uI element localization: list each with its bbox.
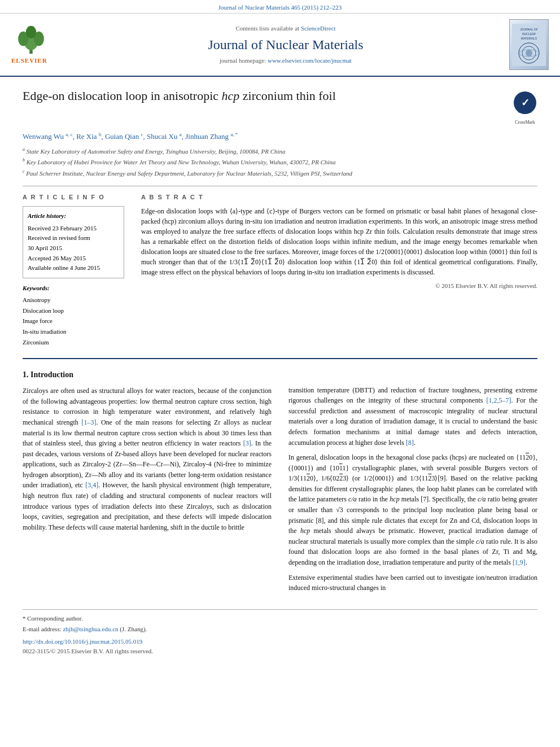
journal-homepage: journal homepage: www.elsevier.com/locat…: [73, 56, 498, 65]
homepage-link[interactable]: www.elsevier.com/locate/jnucmat: [268, 57, 352, 64]
svg-text:NUCLEAR: NUCLEAR: [522, 32, 536, 36]
history-title: Article history:: [28, 211, 119, 221]
main-content: Edge-on dislocation loop in anisotropic …: [0, 77, 560, 667]
email-footnote: E-mail address: zhjh@tsinghua.edu.cn (J.…: [23, 625, 537, 634]
accepted-date: Accepted 26 May 2015: [28, 254, 119, 264]
intro-paragraph-4: Extensive experimental studies have been…: [288, 573, 537, 593]
ref-3[interactable]: [3]: [243, 439, 251, 447]
keyword-4: In-situ irradiation: [23, 326, 124, 337]
intro-left-column: 1. Introduction Zircaloys are often used…: [23, 369, 272, 598]
article-history-box: Article history: Received 23 February 20…: [23, 206, 124, 278]
title-part2: zirconium thin foil: [239, 89, 335, 103]
corresponding-author-text: * Corresponding author.: [23, 615, 83, 622]
copyright-line: © 2015 Elsevier B.V. All rights reserved…: [141, 282, 537, 290]
ref-1-3[interactable]: [1–3]: [81, 418, 96, 426]
ref-1-2-5-7[interactable]: [1,2,5–7]: [487, 396, 511, 404]
svg-point-11: [526, 50, 532, 56]
intro-section-number: 1.: [23, 370, 29, 379]
issn-line: 0022-3115/© 2015 Elsevier B.V. All right…: [23, 647, 537, 656]
doi-link[interactable]: http://dx.doi.org/10.1016/j.jnucmat.2015…: [23, 638, 142, 645]
affiliation-b: b Key Laboratory of Hubei Province for W…: [23, 157, 537, 167]
article-info-column: A R T I C L E I N F O Article history: R…: [23, 193, 124, 348]
crossmark-label: CrossMark: [513, 119, 537, 125]
title-part1: Edge-on dislocation loop in anisotropic: [23, 89, 222, 103]
intro-section-title: Introduction: [30, 370, 73, 379]
keywords-section: Keywords: Anisotropy Dislocation loop Im…: [23, 284, 124, 348]
title-hcp: hcp: [222, 89, 240, 103]
email-link[interactable]: zhjh@tsinghua.edu.cn: [63, 626, 118, 632]
keyword-1: Anisotropy: [23, 295, 124, 305]
abstract-title: A B S T R A C T: [141, 193, 537, 202]
elsevier-logo: ELSEVIER: [11, 24, 62, 65]
ref-8[interactable]: [8]: [406, 439, 414, 447]
revised-date: 30 April 2015: [28, 243, 119, 254]
received-revised-label: Received in revised form: [28, 233, 119, 243]
crossmark-icon: ✓ CrossMark: [513, 90, 537, 115]
journal-header: ELSEVIER Contents lists available at Sci…: [0, 14, 560, 77]
introduction-section: 1. Introduction Zircaloys are often used…: [23, 369, 537, 598]
section-divider: [23, 358, 537, 359]
crossmark-badge: ✓ CrossMark CrossMark: [513, 90, 537, 125]
intro-paragraph-1: Zircaloys are often used as structural a…: [23, 386, 272, 532]
sciencedirect-link[interactable]: ScienceDirect: [301, 25, 336, 32]
svg-point-4: [26, 26, 36, 38]
journal-center: Contents lists available at ScienceDirec…: [73, 24, 498, 65]
keywords-list: Anisotropy Dislocation loop Image force …: [23, 295, 124, 347]
article-title-text: Edge-on dislocation loop in anisotropic …: [23, 88, 336, 104]
ref-3-4[interactable]: [3,4]: [85, 481, 98, 489]
elsevier-tree-icon: [11, 24, 51, 55]
separator-line: [23, 186, 537, 186]
intro-paragraph-2: transition temperature (DBTT) and reduct…: [288, 385, 537, 448]
received-date: Received 23 February 2015: [28, 224, 119, 234]
email-person: (J. Zhang).: [120, 626, 147, 632]
doi-line: http://dx.doi.org/10.1016/j.jnucmat.2015…: [23, 637, 537, 646]
corresponding-author-note: * Corresponding author.: [23, 614, 537, 623]
svg-text:JOURNAL OF: JOURNAL OF: [520, 28, 537, 31]
authors-line: Wenwang Wu a, c, Re Xia b, Guian Qian c,…: [23, 131, 537, 142]
keyword-5: Zirconium: [23, 337, 124, 348]
email-label: E-mail address:: [23, 626, 62, 632]
svg-text:MATERIALS: MATERIALS: [521, 37, 537, 40]
footer-section: * Corresponding author. E-mail address: …: [23, 609, 537, 656]
sciencedirect-prefix: Contents lists available at: [235, 25, 299, 32]
svg-text:CrossMark: CrossMark: [518, 110, 532, 113]
journal-title-display: Journal of Nuclear Materials: [73, 36, 498, 55]
abstract-section: A B S T R A C T Edge-on dislocation loop…: [141, 193, 537, 348]
journal-cover-image: JOURNAL OF NUCLEAR MATERIALS: [509, 19, 549, 70]
ref-1-9[interactable]: [1,9]: [513, 558, 526, 566]
keyword-2: Dislocation loop: [23, 305, 124, 316]
abstract-text: Edge-on dislocation loops with ⟨a⟩-type …: [141, 206, 537, 277]
intro-paragraph-3: In general, dislocation loops in the hex…: [288, 452, 537, 568]
keywords-title: Keywords:: [23, 284, 124, 292]
intro-heading: 1. Introduction: [23, 369, 272, 381]
article-info-abstract: A R T I C L E I N F O Article history: R…: [23, 193, 537, 348]
article-title: Edge-on dislocation loop in anisotropic …: [23, 88, 537, 125]
affiliations: a State Key Laboratory of Automotive Saf…: [23, 146, 537, 177]
affiliation-a: a State Key Laboratory of Automotive Saf…: [23, 146, 537, 156]
article-info-title: A R T I C L E I N F O: [23, 193, 124, 202]
keyword-3: Image force: [23, 316, 124, 326]
svg-text:✓: ✓: [521, 97, 530, 108]
sciencedirect-line: Contents lists available at ScienceDirec…: [73, 24, 498, 33]
affiliation-c: c Paul Scherrer Institute, Nuclear Energ…: [23, 168, 537, 178]
journal-cover-svg: JOURNAL OF NUCLEAR MATERIALS: [512, 24, 546, 66]
elsevier-text: ELSEVIER: [11, 56, 47, 65]
journal-ref-text: Journal of Nuclear Materials 465 (2015) …: [218, 4, 342, 11]
journal-reference: Journal of Nuclear Materials 465 (2015) …: [0, 0, 560, 14]
intro-right-column: transition temperature (DBTT) and reduct…: [288, 369, 537, 598]
homepage-prefix: journal homepage:: [220, 57, 266, 64]
available-online: Available online 4 June 2015: [28, 263, 119, 273]
